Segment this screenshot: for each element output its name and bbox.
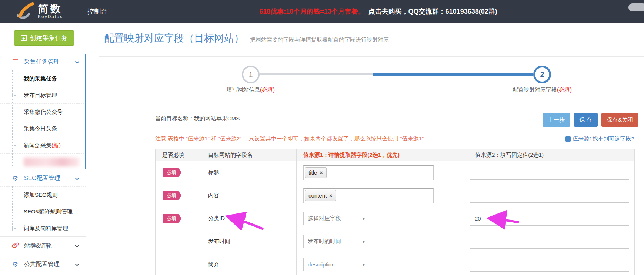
list-icon: ☰ [11, 59, 19, 66]
table-row-summary: 简介 description▼ [156, 253, 635, 275]
main-content: 配置映射对应字段（目标网站） 把网站需要的字段与详情提取器配置的字段进行映射对应… [86, 23, 644, 275]
caret-down-icon: ▼ [362, 216, 366, 221]
redacted-blur [24, 158, 79, 166]
table-row-publish-time: 发布时间 发布时的时间▼ [156, 230, 635, 253]
promo-offer-text: 618优惠:10个月的钱=13个月套餐。 [259, 7, 365, 16]
source2-input[interactable] [470, 189, 629, 203]
col-required: 是否必填 [156, 149, 201, 161]
source2-input[interactable] [470, 212, 629, 226]
source2-input[interactable] [470, 235, 629, 249]
save-and-close-button[interactable]: 保存&关闭 [601, 113, 638, 127]
sidebar: + 创建采集任务 ☰ 采集任务管理 我的采集任务 发布目标管理 采集微信公众号 [0, 23, 86, 275]
field-name: 标题 [201, 161, 297, 184]
table-header-row: 是否必填 目标网站的字段名 值来源1：详情提取器字段(2选1，优先) 值来源2：… [156, 149, 635, 161]
create-task-button[interactable]: + 创建采集任务 [14, 30, 74, 46]
col-field-name: 目标网站的字段名 [201, 149, 297, 161]
sidebar-item-label: 添加SEO规则 [24, 192, 58, 199]
notice-text: 注意:表格中 “值来源1” 和 “值来源2” ，只设置其中一个即可，如果两个都设… [155, 135, 431, 142]
keydatas-logo-icon [15, 2, 36, 20]
user-pill[interactable] [628, 3, 644, 11]
gear-icon: ⚙ [11, 261, 19, 268]
field-name: 简介 [201, 253, 297, 275]
sidebar-group-common-config[interactable]: ⚙ 公共配置管理 [0, 255, 86, 274]
field-tag: title× [305, 167, 327, 178]
sidebar-item-news-collect[interactable]: 新闻泛采集(新) [0, 137, 86, 153]
chevron-down-icon [75, 243, 79, 247]
promo-banner[interactable]: 618优惠:10个月的钱=13个月套餐。 点击去购买，QQ交流群：6101936… [259, 0, 497, 23]
caret-down-icon: ▼ [362, 239, 366, 243]
sidebar-item-label: 采集微信公众号 [24, 109, 63, 116]
required-mark: (必填) [260, 86, 275, 93]
sidebar-item-label: 发布目标管理 [24, 92, 57, 99]
required-mark: (必填) [557, 86, 572, 93]
col-source2: 值来源2：填写固定值(2选1) [468, 149, 635, 161]
source1-tag-input[interactable]: title× [303, 165, 434, 180]
sidebar-group-seo[interactable]: ⚙ SEO配置管理 [0, 170, 86, 186]
group-label: 采集任务管理 [24, 58, 60, 66]
table-row-category-id: 必填 分类ID 选择对应字段▼ [156, 207, 635, 230]
sidebar-item-label: 我的采集任务 [24, 75, 57, 82]
remove-tag-icon[interactable]: × [320, 170, 323, 175]
source1-tag-input[interactable]: content× [303, 188, 434, 203]
chevron-down-icon [75, 59, 79, 63]
promo-qq-text: 点击去购买，QQ交流群：610193638(02群) [368, 7, 497, 16]
sidebar-item-add-seo-rule[interactable]: 添加SEO规则 [0, 186, 86, 203]
chevron-down-icon [75, 176, 79, 180]
prev-step-button[interactable]: 上一步 [543, 113, 570, 127]
step-connector-active [373, 73, 533, 76]
sidebar-group-collect-tasks[interactable]: ☰ 采集任务管理 [0, 54, 86, 70]
required-badge: 必填 [163, 168, 181, 177]
sidebar-item-redacted[interactable] [0, 153, 86, 170]
source1-help-link[interactable]: 值来源1找不到可选字段? [565, 135, 634, 142]
book-icon [565, 136, 571, 142]
active-group-indicator [85, 54, 86, 169]
sidebar-item-label: 采集今日头条 [24, 125, 57, 132]
source1-select[interactable]: 发布时的时间▼ [303, 235, 369, 248]
gear-icon: ⚙ [11, 175, 19, 182]
page-subtitle: 把网站需要的字段与详情提取器配置的字段进行映射对应 [250, 36, 389, 43]
field-mapping-table: 是否必填 目标网站的字段名 值来源1：详情提取器字段(2选1，优先) 值来源2：… [155, 149, 635, 275]
sidebar-item-thesaurus[interactable]: 词库及句料库管理 [0, 220, 86, 236]
sidebar-item-label: 新闻泛采集 [24, 142, 51, 149]
caret-down-icon: ▼ [362, 262, 366, 266]
new-badge: (新) [51, 142, 61, 149]
app-root: 简数 KeyDatas 控制台 618优惠:10个月的钱=13个月套餐。 点击去… [0, 0, 644, 275]
create-task-label: 创建采集任务 [30, 34, 68, 42]
sidebar-item-toutiao[interactable]: 采集今日头条 [0, 120, 86, 137]
sidebar-group-sites[interactable]: ⚙⚙ 站群&链轮 [0, 236, 86, 255]
sidebar-item-seo-translate-rules[interactable]: SEO&翻译规则管理 [0, 203, 86, 220]
sidebar-item-wechat[interactable]: 采集微信公众号 [0, 103, 86, 120]
col-source1: 值来源1：详情提取器字段(2选1，优先) [297, 149, 468, 161]
content-panel: 1 2 填写网站信息(必填) 配置映射对应字段(必填) 当前目标名称：我的网站苹… [99, 56, 644, 275]
source2-input[interactable] [470, 258, 629, 272]
top-header: 简数 KeyDatas 控制台 618优惠:10个月的钱=13个月套餐。 点击去… [0, 0, 644, 23]
source1-select[interactable]: 选择对应字段▼ [303, 212, 369, 225]
remove-tag-icon[interactable]: × [329, 193, 332, 198]
step-1-label: 填写网站信息(必填) [227, 86, 275, 93]
required-badge: 必填 [163, 191, 181, 200]
step-1-circle: 1 [242, 66, 260, 83]
chevron-down-icon [75, 262, 79, 266]
group-label: SEO配置管理 [24, 175, 60, 182]
sidebar-item-publish-targets[interactable]: 发布目标管理 [0, 87, 86, 103]
keydatas-logo[interactable]: 简数 KeyDatas [15, 2, 63, 20]
source1-select[interactable]: description▼ [303, 258, 369, 271]
field-name: 内容 [201, 184, 297, 207]
logo-cn-text: 简数 [38, 3, 63, 14]
page-title: 配置映射对应字段（目标网站） [104, 32, 244, 45]
group-label: 站群&链轮 [24, 242, 52, 250]
step-2-circle: 2 [533, 66, 551, 83]
console-nav-item[interactable]: 控制台 [87, 0, 107, 23]
step-2-label: 配置映射对应字段(必填) [513, 86, 572, 93]
table-row-content: 必填 内容 content× [156, 184, 635, 207]
logo-en-text: KeyDatas [38, 14, 63, 19]
sidebar-menu: ☰ 采集任务管理 我的采集任务 发布目标管理 采集微信公众号 采集今日头条 [0, 54, 86, 274]
field-name: 发布时间 [201, 230, 297, 253]
current-target-name: 当前目标名称：我的网站苹果CMS [155, 115, 240, 122]
table-row-title: 必填 标题 title× [156, 161, 635, 184]
gears-icon: ⚙⚙ [11, 242, 19, 249]
source2-input[interactable] [470, 166, 629, 180]
save-button[interactable]: 保 存 [574, 113, 598, 127]
sidebar-item-my-tasks[interactable]: 我的采集任务 [0, 70, 86, 87]
submenu-seo: 添加SEO规则 SEO&翻译规则管理 词库及句料库管理 [0, 186, 86, 236]
